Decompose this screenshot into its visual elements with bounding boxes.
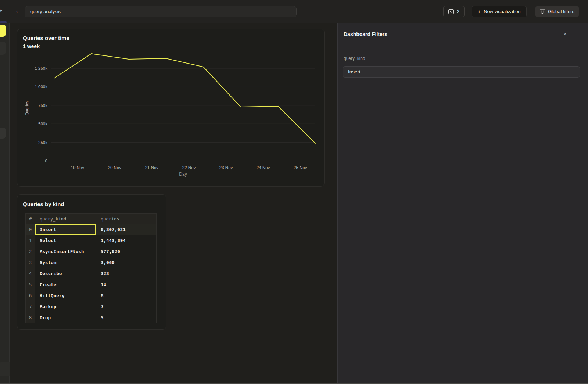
queries-by-kind-card: Queries by kind #query_kindqueries 0Inse… (17, 194, 166, 330)
sidebar-item[interactable] (0, 42, 6, 55)
plus-icon: + (477, 9, 481, 14)
close-icon[interactable]: × (564, 31, 567, 37)
svg-text:Day: Day (179, 172, 187, 177)
svg-text:23 Nov: 23 Nov (219, 165, 233, 170)
dashboard-title-input[interactable] (25, 6, 297, 17)
cell-query-kind[interactable]: Drop (35, 312, 96, 323)
console-count-label: 2 (457, 9, 459, 14)
queries-by-kind-table: #query_kindqueries 0Insert8,307,0211Sele… (25, 213, 157, 323)
cell-queries-value[interactable]: 5 (96, 312, 157, 323)
cell-queries-value[interactable]: 577,820 (96, 246, 157, 257)
cell-queries-value[interactable]: 8,307,021 (96, 224, 157, 235)
dashboard-filters-panel: Dashboard Filters × query_kind (337, 23, 588, 383)
global-filters-label: Global filters (548, 9, 574, 14)
query-kind-filter-input[interactable] (343, 66, 580, 78)
cell-query-kind[interactable]: System (35, 257, 96, 268)
cell-queries-value[interactable]: 8 (96, 290, 157, 301)
cell-queries-value[interactable]: 7 (96, 301, 157, 312)
table-row: 4Describe323 (26, 268, 157, 279)
table-row: 6KillQuery8 (26, 290, 157, 301)
cell-query-kind[interactable]: Backup (35, 301, 96, 312)
sidebar-focus-sliver (0, 21, 7, 23)
table-row: 1Select1,443,894 (26, 235, 157, 246)
cell-query-kind[interactable]: Insert (35, 224, 96, 235)
filters-panel-title: Dashboard Filters (344, 31, 387, 37)
cell-row-index: 0 (26, 224, 35, 235)
cell-row-index: 6 (26, 290, 35, 301)
svg-text:19 Nov: 19 Nov (71, 165, 85, 170)
new-visualization-button[interactable]: + New visualization (472, 6, 527, 17)
table-row: 0Insert8,307,021 (26, 224, 157, 235)
svg-text:1 000k: 1 000k (35, 85, 47, 89)
svg-text:1 250k: 1 250k (35, 66, 47, 71)
sidebar-item-active[interactable] (0, 25, 6, 37)
sidebar-item[interactable] (0, 128, 6, 139)
table-row: 3System3,060 (26, 257, 157, 268)
svg-text:500k: 500k (38, 122, 47, 126)
back-button[interactable]: ← (15, 7, 22, 15)
console-count-button[interactable]: 2 (443, 6, 465, 17)
table-row: 7Backup7 (26, 301, 157, 312)
cell-query-kind[interactable]: Describe (35, 268, 96, 279)
global-filters-button[interactable]: Global filters (535, 6, 579, 17)
refresh-icon[interactable]: ⟳ (0, 7, 2, 15)
svg-text:250k: 250k (38, 140, 47, 145)
panel-divider (338, 48, 588, 48)
table-row: 5Create14 (26, 279, 157, 290)
queries-over-time-line-chart: 0250k500k750k1 000k1 250k19 Nov20 Nov21 … (17, 29, 325, 187)
cell-row-index: 3 (26, 257, 35, 268)
funnel-icon (540, 9, 545, 14)
filter-field-label: query_kind (344, 56, 365, 61)
cell-queries-value[interactable]: 3,060 (96, 257, 157, 268)
svg-text:21 Nov: 21 Nov (145, 165, 159, 170)
svg-text:22 Nov: 22 Nov (182, 165, 196, 170)
cell-query-kind[interactable]: AsyncInsertFlush (35, 246, 96, 257)
column-header-queries: queries (96, 214, 157, 224)
svg-text:24 Nov: 24 Nov (257, 165, 270, 170)
column-header-query_kind: query_kind (35, 214, 96, 224)
cell-query-kind[interactable]: KillQuery (35, 290, 96, 301)
cell-row-index: 4 (26, 268, 35, 279)
column-header-idx: # (26, 214, 35, 224)
chart-subtitle: 1 week (23, 43, 40, 49)
table-row: 8Drop5 (26, 312, 157, 323)
svg-text:Queries: Queries (25, 101, 29, 116)
table-title: Queries by kind (23, 201, 64, 207)
cell-queries-value[interactable]: 323 (96, 268, 157, 279)
console-icon (448, 9, 454, 14)
table-row: 2AsyncInsertFlush577,820 (26, 246, 157, 257)
svg-text:25 Nov: 25 Nov (294, 165, 307, 170)
chart-title: Queries over time (23, 35, 69, 41)
cell-row-index: 1 (26, 235, 35, 246)
cell-row-index: 7 (26, 301, 35, 312)
cell-row-index: 8 (26, 312, 35, 323)
new-visualization-label: New visualization (484, 9, 520, 14)
cell-query-kind[interactable]: Create (35, 279, 96, 290)
table-header-row: #query_kindqueries (26, 214, 157, 224)
svg-text:20 Nov: 20 Nov (108, 165, 122, 170)
cell-row-index: 5 (26, 279, 35, 290)
dashboard-canvas: Queries over time 1 week 0250k500k750k1 … (10, 23, 337, 383)
svg-text:750k: 750k (38, 103, 47, 108)
cell-row-index: 2 (26, 246, 35, 257)
cell-query-kind[interactable]: Select (35, 235, 96, 246)
left-sidebar-strip (0, 23, 10, 383)
svg-text:0: 0 (45, 159, 47, 163)
cell-queries-value[interactable]: 14 (96, 279, 157, 290)
window-bottom-edge (0, 383, 588, 384)
top-bar: ⟳ ← 2 + New visualization Global filters (0, 0, 588, 23)
queries-over-time-card: Queries over time 1 week 0250k500k750k1 … (17, 29, 325, 187)
cell-queries-value[interactable]: 1,443,894 (96, 235, 157, 246)
